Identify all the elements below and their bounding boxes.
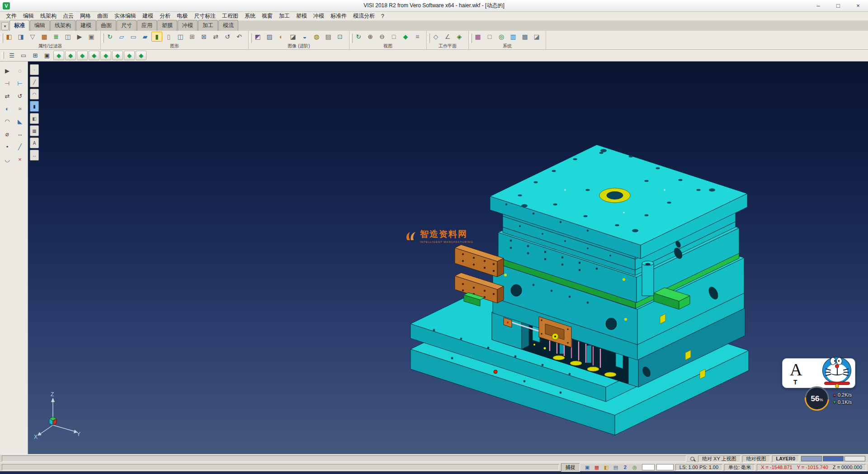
toolbar-tabs-menu-button[interactable]: ▾ [1, 22, 9, 30]
menu-system[interactable]: 系统 [241, 11, 259, 21]
minimize-button[interactable]: – [808, 0, 828, 11]
menu-analysis[interactable]: 分析 [156, 11, 174, 21]
wireframe-mode-icon[interactable]: ▱ [116, 32, 127, 42]
tab-modeling[interactable]: 建模 [76, 20, 96, 31]
solid-filter-toggle[interactable]: ▮ [30, 101, 39, 112]
menu-solid-edit[interactable]: 实体编辑 [111, 11, 139, 21]
tab-standard[interactable]: 标准 [9, 20, 29, 31]
status-field-1[interactable] [642, 464, 655, 470]
system-world-icon[interactable]: ◎ [496, 32, 507, 42]
view-left-icon[interactable]: ◆ [89, 51, 99, 60]
status-help-icon[interactable]: 2 [621, 464, 629, 471]
percent-badge[interactable]: 56% [805, 386, 829, 411]
system-colors-icon[interactable]: ▦ [472, 32, 483, 42]
render-advanced-icon[interactable]: ◩ [252, 32, 263, 42]
background-color-icon[interactable]: ▤ [323, 32, 334, 42]
menu-help[interactable]: ? [378, 12, 387, 20]
close-button[interactable]: × [848, 0, 868, 11]
view-iso-icon[interactable]: ◆ [124, 51, 135, 60]
view-top-icon[interactable]: ◆ [53, 51, 64, 60]
view-back-icon[interactable]: ◆ [100, 51, 111, 60]
mesh-filter-toggle[interactable]: ▦ [30, 125, 39, 136]
shaded-edges-mode-icon[interactable]: ▮ [151, 32, 162, 42]
assistant-popup-card[interactable]: A T [782, 358, 855, 388]
active-layer-readout[interactable]: LAYER0 [772, 455, 799, 462]
workplane-angle-icon[interactable]: ∠ [442, 32, 453, 42]
menu-die[interactable]: 冲模 [310, 11, 327, 21]
view-front-icon[interactable]: ◆ [65, 51, 76, 60]
zoom-window-icon[interactable]: ⊞ [187, 32, 198, 42]
filter-funnel-icon[interactable]: ▽ [27, 32, 38, 42]
status-info-icon[interactable]: ◎ [631, 464, 639, 471]
attribute-edit-icon[interactable]: ◧ [4, 32, 14, 42]
desktop-overlay-widget[interactable]: A T [778, 355, 868, 418]
arc-icon[interactable]: ◡ [1, 154, 13, 165]
snap-toggle-button[interactable]: 捕捉 [561, 463, 580, 472]
menu-surface[interactable]: 曲面 [94, 11, 111, 21]
view-list-icon[interactable]: ≡ [412, 32, 423, 42]
mirror-icon[interactable]: ◐ [1, 103, 13, 114]
system-table-icon[interactable]: ▥ [508, 32, 519, 42]
tab-die[interactable]: 冲模 [178, 20, 198, 31]
line-filter-toggle[interactable]: ╱ [30, 76, 39, 87]
tab-surface[interactable]: 曲面 [96, 20, 116, 31]
menu-drawing[interactable]: 工程图 [219, 11, 241, 21]
move-icon[interactable]: ⇄ [1, 90, 13, 101]
texture-map-icon[interactable]: ▨ [264, 32, 275, 42]
menu-wireframe[interactable]: 线架构 [37, 11, 60, 21]
view-right-icon[interactable]: ◆ [77, 51, 88, 60]
select-icon[interactable]: ▶ [1, 65, 13, 76]
system-3d-icon[interactable]: ◪ [531, 32, 542, 42]
menu-machining[interactable]: 加工 [276, 11, 293, 21]
entity-filter-icon[interactable]: ◫ [62, 32, 73, 42]
system-grid-icon[interactable]: ▩ [519, 32, 530, 42]
zoom-out-icon[interactable]: ⊖ [377, 32, 387, 42]
view-iso-icon[interactable]: ◆ [400, 32, 411, 42]
status-print-icon[interactable]: ▤ [612, 464, 620, 471]
system-display-icon[interactable]: □ [484, 32, 495, 42]
layer-filter-icon[interactable]: ≣ [51, 32, 61, 42]
menu-modeling[interactable]: 建模 [139, 11, 156, 21]
workplane-set-icon[interactable]: ◇ [430, 32, 441, 42]
menu-mold[interactable]: 塑模 [293, 11, 310, 21]
layer-color-swatch-2[interactable] [823, 456, 844, 461]
view-rotate-icon[interactable]: ↻ [353, 32, 364, 42]
menu-flow-analysis[interactable]: 模流分析 [350, 11, 378, 21]
view-front-icon[interactable]: □ [388, 32, 399, 42]
surface-filter-toggle[interactable]: ◧ [30, 113, 39, 124]
lasso-select-icon[interactable]: ◌ [14, 65, 26, 76]
attribute-copy-icon[interactable]: ◨ [15, 32, 26, 42]
status-fill-icon[interactable]: ◧ [602, 464, 610, 471]
menu-edit[interactable]: 编辑 [20, 11, 37, 21]
view-iso-rear-icon[interactable]: ◆ [136, 51, 146, 60]
menu-file[interactable]: 文件 [3, 11, 20, 21]
viewport-windows-icon[interactable]: ▣ [42, 51, 52, 60]
selection-box-icon[interactable]: ▣ [86, 32, 97, 42]
status-save-icon[interactable]: ▣ [583, 464, 591, 471]
hidden-line-mode-icon[interactable]: ▭ [128, 32, 139, 42]
orbit-view-icon[interactable]: ↺ [222, 32, 233, 42]
arc-filter-toggle[interactable]: ◠ [30, 89, 39, 100]
tab-dimension[interactable]: 尺寸 [117, 20, 137, 31]
menu-dimension[interactable]: 尺寸标注 [191, 11, 219, 21]
reflection-icon[interactable]: ◒ [299, 32, 310, 42]
lighting-icon[interactable]: ◐ [276, 32, 287, 42]
menu-standard-parts[interactable]: 标准件 [327, 11, 350, 21]
screenshot-icon[interactable]: ⊡ [335, 32, 345, 42]
zoom-in-icon[interactable]: ⊕ [365, 32, 376, 42]
layer-color-swatch-1[interactable] [801, 456, 822, 461]
chamfer-icon[interactable]: ◣ [14, 116, 26, 127]
shadow-icon[interactable]: ◪ [288, 32, 298, 42]
refresh-view-icon[interactable]: ↻ [104, 32, 115, 42]
point-icon[interactable]: • [1, 141, 13, 152]
status-color-icon[interactable]: ▦ [593, 464, 601, 471]
text-filter-toggle[interactable]: A [30, 137, 39, 148]
tab-flow[interactable]: 模流 [218, 20, 238, 31]
fillet-icon[interactable]: ◠ [1, 116, 13, 127]
viewport-3d[interactable]: ·╱◠▮◧▦A↔ Z X Y [28, 62, 868, 454]
shaded-mode-icon[interactable]: ▰ [140, 32, 151, 42]
transparency-mode-icon[interactable]: ▯ [163, 32, 174, 42]
layer-color-swatch-3[interactable] [844, 456, 865, 461]
menu-mesh[interactable]: 网格 [77, 11, 94, 21]
section-view-icon[interactable]: ◫ [175, 32, 186, 42]
